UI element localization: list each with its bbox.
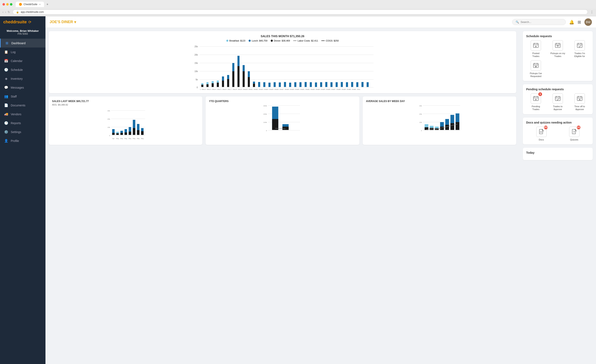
posted-trades-icon: [531, 40, 541, 51]
browser-more-button[interactable]: ⋮: [590, 10, 594, 14]
time-off-approve-label: Time off toApprove: [574, 105, 585, 111]
log-icon: 📋: [4, 50, 8, 54]
docs-item[interactable]: 293 Docs: [526, 127, 557, 141]
app-header: JOE'S DINER ▾ 🔍 🔔 ⊞ BW: [45, 16, 596, 28]
svg-rect-48: [330, 82, 333, 87]
pending-trades-icon: 9: [531, 93, 541, 104]
nav-item-dashboard[interactable]: ⊞ Dashboard: [0, 39, 45, 47]
trades-approve-item[interactable]: Trades toApprove: [548, 93, 567, 111]
svg-text:0: 0: [421, 130, 422, 132]
nav-label-staff: Staff: [11, 95, 17, 98]
refresh-button[interactable]: ↻: [8, 10, 10, 14]
main-chart-title: SALES THIS MONTH $71,350.26: [52, 35, 513, 38]
pending-trades-label: PendingTrades: [532, 105, 540, 111]
trades-eligible-item[interactable]: Trades I'mEligible for: [570, 40, 589, 58]
nav-item-messages[interactable]: 💬 Messages: [0, 83, 45, 92]
time-off-approve-item[interactable]: Time off toApprove: [570, 93, 589, 111]
ytd-chart: 300k 200k 100k 0: [209, 104, 356, 137]
nav-item-schedule[interactable]: 🕐 Schedule: [0, 65, 45, 74]
svg-rect-50: [341, 82, 343, 87]
svg-rect-52: [351, 82, 353, 87]
search-bar[interactable]: 🔍: [512, 19, 566, 25]
posted-trades-label: PostedTrades: [532, 52, 539, 58]
nav-item-inventory[interactable]: ◈ Inventory: [0, 74, 45, 83]
grid-view-icon[interactable]: ⊞: [578, 20, 581, 25]
nav-item-calendar[interactable]: 📅 Calendar: [0, 56, 45, 65]
svg-rect-140: [425, 127, 428, 130]
docs-quizzes-grid: 293 Docs: [526, 127, 589, 141]
sidebar: cheddrsuite ⟳ Welcome, Brian Whitaker PI…: [0, 16, 45, 364]
schedule-requests-card: Schedule requests: [523, 31, 593, 81]
pickups-requested-icon: [531, 60, 541, 71]
restaurant-name[interactable]: JOE'S DINER ▾: [50, 20, 76, 24]
svg-rect-51: [346, 82, 348, 87]
svg-text:10k: 10k: [107, 126, 110, 128]
address-bar[interactable]: 🔒 app.cheddrsuite.com: [13, 9, 588, 15]
svg-rect-13: [201, 85, 203, 87]
nav-item-log[interactable]: 📋 Log: [0, 47, 45, 56]
nav-item-staff[interactable]: 👥 Staff: [0, 92, 45, 101]
svg-rect-29: [243, 71, 245, 87]
user-avatar[interactable]: BW: [584, 18, 592, 26]
new-tab-button[interactable]: +: [46, 2, 48, 6]
calendar-checkmark-icon: [555, 96, 561, 101]
legend-cogs: COGS: $250: [321, 39, 339, 42]
forward-button[interactable]: ›: [5, 10, 6, 14]
vendors-icon: 🚚: [4, 112, 8, 116]
svg-rect-17: [212, 83, 214, 87]
nav-item-vendors[interactable]: 🚚 Vendors: [0, 110, 45, 119]
calendar-add-icon: [533, 96, 539, 101]
restaurant-dropdown-icon: ▾: [74, 20, 76, 24]
nav-item-reports[interactable]: 🕐 Reports: [0, 119, 45, 127]
quizzes-item[interactable]: 141 Quizzes: [559, 127, 589, 141]
posted-trades-item[interactable]: PostedTrades: [526, 40, 546, 58]
svg-rect-19: [217, 83, 219, 87]
ytd-title: YTD QUARTERS: [209, 100, 356, 103]
maximize-dot[interactable]: [10, 3, 12, 6]
pending-requests-grid: 9 PendingTrades: [526, 93, 589, 111]
svg-text:30k: 30k: [419, 105, 422, 107]
main-sales-chart-card: SALES THIS MONTH $71,350.26 Breakfast: $…: [49, 31, 516, 93]
legend-dinner-label: Dinner: $30,469: [274, 39, 290, 42]
profile-icon: 👤: [4, 139, 8, 143]
quizzes-badge: 141: [577, 126, 581, 129]
nav-item-documents[interactable]: 📄 Documents: [0, 101, 45, 110]
pickups-on-trades-item[interactable]: Pickups on myTrades: [548, 40, 567, 58]
legend-labor-line: [293, 40, 297, 41]
svg-text:May: May: [128, 138, 131, 140]
calendar-arrow-icon: [555, 43, 561, 48]
staff-icon: 👥: [4, 94, 8, 98]
svg-text:May: May: [133, 138, 135, 140]
user-pin: PIN 5093: [18, 32, 28, 35]
main-content: SALES THIS MONTH $71,350.26 Breakfast: $…: [45, 28, 520, 364]
svg-rect-110: [141, 131, 144, 135]
pickups-requested-item[interactable]: Pickups I'veRequested: [526, 60, 546, 78]
legend-dinner-dot: [271, 40, 273, 42]
minimize-dot[interactable]: [6, 3, 9, 6]
ytd-svg: 300k 200k 100k 0: [209, 104, 356, 137]
tab-close-button[interactable]: ✕: [39, 3, 41, 6]
docs-quizzes-title: Docs and quizzes needing action: [526, 121, 589, 124]
browser-tab[interactable]: CheddrSuite ✕: [16, 2, 44, 7]
calendar-down-icon: [533, 63, 539, 68]
close-dot[interactable]: [2, 3, 5, 6]
browser-nav-buttons: ‹ › ↻: [2, 10, 10, 14]
svg-rect-152: [455, 122, 459, 130]
nav-item-settings[interactable]: ⚙️ Settings: [0, 127, 45, 136]
nav-item-profile[interactable]: 👤 Profile: [0, 136, 45, 145]
legend-breakfast: Breakfast: $123: [226, 39, 245, 42]
pending-trades-item[interactable]: 9 PendingTrades: [526, 93, 546, 111]
svg-rect-34: [258, 82, 260, 87]
svg-text:May: May: [116, 138, 119, 140]
svg-rect-55: [367, 82, 369, 87]
content: SALES THIS MONTH $71,350.26 Breakfast: $…: [45, 28, 596, 364]
search-input[interactable]: [521, 21, 562, 23]
back-button[interactable]: ‹: [2, 10, 4, 14]
notification-bell-icon[interactable]: 🔔: [569, 20, 574, 25]
app: cheddrsuite ⟳ Welcome, Brian Whitaker PI…: [0, 16, 596, 364]
pickups-on-trades-label: Pickups on myTrades: [550, 52, 565, 58]
svg-rect-54: [361, 82, 364, 87]
svg-text:9. May: 9. May: [241, 89, 246, 90]
svg-rect-23: [227, 79, 229, 87]
svg-text:7. May: 7. May: [231, 89, 236, 90]
